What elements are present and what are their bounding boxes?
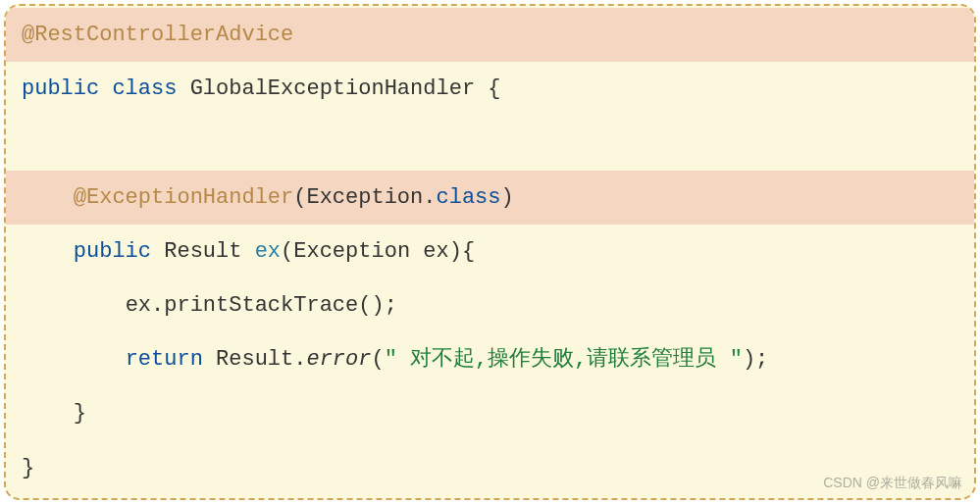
object-ref: Result. <box>203 347 307 372</box>
keyword-return: return <box>126 347 203 372</box>
statement: ex.printStackTrace(); <box>126 293 397 318</box>
method-name-ex: ex <box>255 239 281 264</box>
code-line-4: public Result ex(Exception ex){ <box>6 225 974 278</box>
keyword-public: public <box>22 76 99 101</box>
code-line-1: @RestControllerAdvice <box>6 8 974 62</box>
paren-close: ) <box>501 185 514 210</box>
method-error: error <box>306 347 371 372</box>
paren-open: ( <box>371 347 384 372</box>
code-block: @RestControllerAdvice public class Globa… <box>4 4 976 500</box>
code-line-2: public class GlobalExceptionHandler { <box>6 62 974 116</box>
paren-close-semi: ); <box>743 347 768 372</box>
class-name: GlobalExceptionHandler <box>177 76 488 101</box>
param-text: Exception. <box>306 185 436 210</box>
string-literal: " 对不起,操作失败,请联系管理员 " <box>385 347 743 372</box>
code-line-7: } <box>6 386 974 440</box>
params: (Exception ex){ <box>281 239 475 264</box>
indent <box>22 347 126 372</box>
code-line-3: @ExceptionHandler(Exception.class) <box>6 171 974 225</box>
code-line-blank <box>6 116 974 170</box>
annotation-exceptionhandler: @ExceptionHandler <box>74 185 293 210</box>
keyword-class-ref: class <box>436 185 500 210</box>
keyword-public: public <box>74 239 151 264</box>
indent <box>22 293 126 318</box>
brace-close: } <box>74 401 86 426</box>
indent <box>22 401 74 426</box>
brace-close-class: } <box>22 456 34 480</box>
indent <box>22 239 74 264</box>
indent <box>22 185 74 210</box>
code-line-5: ex.printStackTrace(); <box>6 278 974 332</box>
keyword-class: class <box>112 76 177 101</box>
brace-open: { <box>488 76 500 101</box>
watermark-text: CSDN @来世做春风嘛 <box>823 475 962 492</box>
return-type: Result <box>151 239 255 264</box>
code-line-6: return Result.error(" 对不起,操作失败,请联系管理员 ")… <box>6 332 974 386</box>
annotation-restcontrolleradvice: @RestControllerAdvice <box>22 23 293 47</box>
space <box>99 76 112 101</box>
paren-open: ( <box>293 185 306 210</box>
